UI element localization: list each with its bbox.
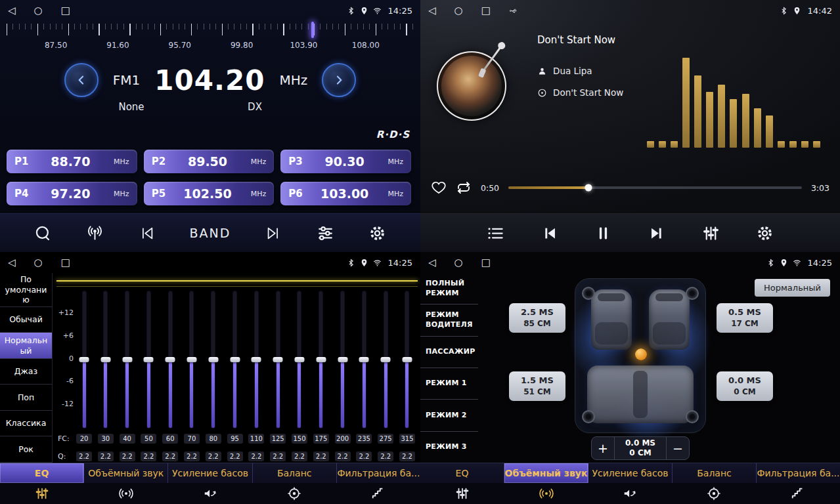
listening-position-marker[interactable] xyxy=(635,348,647,360)
slider-handle[interactable] xyxy=(100,357,110,362)
eq-band-slider[interactable] xyxy=(162,291,178,428)
home-button[interactable]: ○ xyxy=(454,6,463,16)
filter-icon[interactable] xyxy=(336,486,420,501)
eq-faders-icon[interactable] xyxy=(420,486,504,501)
slider-handle[interactable] xyxy=(187,357,196,362)
favorite-icon[interactable] xyxy=(431,180,447,196)
back-button[interactable]: ◁ xyxy=(8,258,16,268)
tab-balance[interactable]: Баланс xyxy=(253,463,337,483)
radio-preset-p3[interactable]: P3 90.30 MHz xyxy=(280,150,411,173)
tab-surround[interactable]: Объёмный звук xyxy=(504,463,588,483)
tab-filter[interactable]: Фильтрация ба... xyxy=(757,463,840,483)
eq-preset-item[interactable]: Нормальный xyxy=(0,333,52,359)
eq-band-slider[interactable] xyxy=(120,291,135,428)
recents-button[interactable]: □ xyxy=(481,6,491,16)
progress-knob[interactable] xyxy=(585,184,592,192)
tab-bass-boost[interactable]: Усиление басов xyxy=(168,463,252,483)
eq-band-slider[interactable] xyxy=(184,291,200,428)
tab-bass-boost[interactable]: Усиление басов xyxy=(588,463,673,483)
eq-preset-item[interactable]: По умолчанию xyxy=(0,273,52,307)
frequency-scale[interactable]: 87.5091.6095.7099.80103.90108.00 xyxy=(0,22,420,55)
balance-icon[interactable] xyxy=(252,486,336,501)
slider-handle[interactable] xyxy=(166,357,175,362)
recents-button[interactable]: □ xyxy=(61,6,70,16)
slider-handle[interactable] xyxy=(230,357,240,362)
surround-icon[interactable] xyxy=(84,486,168,501)
progress-bar[interactable] xyxy=(508,186,802,189)
delay-decrease-button[interactable]: − xyxy=(667,437,689,459)
eq-band-slider[interactable] xyxy=(227,291,243,428)
sound-mode-item[interactable]: РЕЖИМ 1 xyxy=(420,368,478,400)
sound-mode-item[interactable]: ПОЛНЫЙ РЕЖИМ xyxy=(420,273,478,304)
eq-band-slider[interactable] xyxy=(356,291,372,428)
next-track-button[interactable] xyxy=(648,224,666,242)
sound-mode-item[interactable]: РЕЖИМ 2 xyxy=(420,400,478,431)
eq-faders-icon[interactable] xyxy=(0,486,84,501)
eq-band-slider[interactable] xyxy=(248,291,264,428)
slider-handle[interactable] xyxy=(294,357,304,362)
slider-handle[interactable] xyxy=(402,357,412,362)
eq-band-slider[interactable] xyxy=(399,291,415,428)
tab-filter[interactable]: Фильтрация ба... xyxy=(337,463,420,483)
balance-icon[interactable] xyxy=(672,486,756,501)
back-button[interactable]: ◁ xyxy=(8,6,16,16)
sound-mode-item[interactable]: РЕЖИМ 3 xyxy=(420,432,478,463)
recents-button[interactable]: □ xyxy=(481,258,491,268)
broadcast-button[interactable] xyxy=(86,224,104,242)
slider-handle[interactable] xyxy=(122,357,132,362)
pause-button[interactable] xyxy=(594,224,612,242)
back-button[interactable]: ◁ xyxy=(428,6,436,16)
scan-button[interactable] xyxy=(34,224,52,242)
eq-band-slider[interactable] xyxy=(270,291,286,428)
eq-band-slider[interactable] xyxy=(206,291,221,428)
slider-handle[interactable] xyxy=(208,357,218,362)
delay-rear-right[interactable]: 0.0 MS 0 CM xyxy=(717,371,773,401)
eq-band-slider[interactable] xyxy=(378,291,393,428)
delay-front-left[interactable]: 2.5 MS 85 CM xyxy=(509,303,565,333)
radio-preset-p6[interactable]: P6 103.00 MHz xyxy=(280,182,411,205)
eq-band-slider[interactable] xyxy=(98,291,114,428)
tab-eq-faders[interactable]: EQ xyxy=(0,463,84,483)
eq-band-slider[interactable] xyxy=(335,291,351,428)
eq-preset-item[interactable]: Поп xyxy=(0,385,52,411)
sound-mode-item[interactable]: РЕЖИМ ВОДИТЕЛЯ xyxy=(420,304,478,336)
bass-boost-icon[interactable] xyxy=(168,486,252,501)
repeat-icon[interactable] xyxy=(456,180,472,196)
home-button[interactable]: ○ xyxy=(34,6,43,16)
eq-preset-item[interactable]: Обычай xyxy=(0,307,52,333)
radio-preset-p4[interactable]: P4 97.20 MHz xyxy=(7,182,137,205)
delay-front-right[interactable]: 0.5 MS 17 CM xyxy=(717,303,773,333)
delay-rear-left[interactable]: 1.5 MS 51 CM xyxy=(509,371,565,401)
slider-handle[interactable] xyxy=(338,357,347,362)
eq-band-slider[interactable] xyxy=(76,291,92,428)
prev-station-button[interactable] xyxy=(138,224,156,242)
slider-handle[interactable] xyxy=(381,357,391,362)
surround-icon[interactable] xyxy=(504,486,588,501)
radio-preset-p5[interactable]: P5 102.50 MHz xyxy=(144,182,275,205)
band-button[interactable]: BAND xyxy=(190,226,231,240)
back-button[interactable]: ◁ xyxy=(428,258,436,268)
slider-handle[interactable] xyxy=(359,357,369,362)
next-station-button[interactable] xyxy=(265,224,282,242)
tab-eq-faders[interactable]: EQ xyxy=(420,463,504,483)
eq-preset-item[interactable]: Рок xyxy=(0,436,52,463)
tab-balance[interactable]: Баланс xyxy=(673,463,757,483)
eq-band-slider[interactable] xyxy=(141,291,156,428)
bass-boost-icon[interactable] xyxy=(588,486,673,501)
slider-handle[interactable] xyxy=(252,357,261,362)
delay-increase-button[interactable]: + xyxy=(592,437,614,459)
slider-handle[interactable] xyxy=(144,357,154,362)
radio-preset-p2[interactable]: P2 89.50 MHz xyxy=(144,150,275,173)
slider-handle[interactable] xyxy=(316,357,326,362)
filter-icon[interactable] xyxy=(756,486,840,501)
eq-band-slider[interactable] xyxy=(292,291,307,428)
prev-track-button[interactable] xyxy=(541,224,558,242)
tune-settings-button[interactable] xyxy=(317,224,334,242)
home-button[interactable]: ○ xyxy=(34,258,43,268)
album-art[interactable] xyxy=(437,51,506,121)
seek-down-button[interactable] xyxy=(64,63,99,97)
slider-handle[interactable] xyxy=(79,357,89,362)
eq-preset-item[interactable]: Джаз xyxy=(0,359,52,385)
settings-button[interactable] xyxy=(756,224,774,242)
radio-preset-p1[interactable]: P1 88.70 MHz xyxy=(7,150,137,173)
